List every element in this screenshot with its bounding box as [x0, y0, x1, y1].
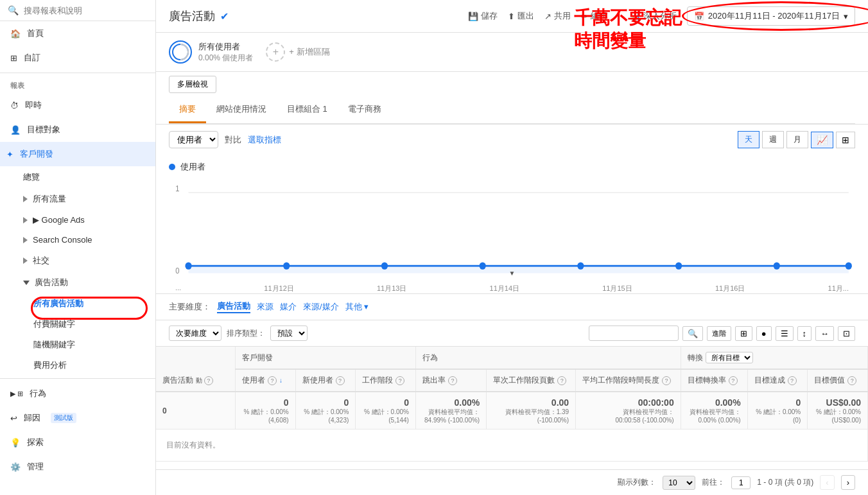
sidebar-item-acquisition[interactable]: ✦ 客戶開發	[0, 142, 155, 166]
organic-keywords-label: 隨機關鍵字	[33, 339, 75, 351]
th-group-conversion: 轉換 所有目標	[681, 347, 867, 369]
period-week-btn[interactable]: 週	[762, 131, 784, 148]
social-label: 社交	[33, 255, 49, 266]
export-icon: ⬆	[508, 12, 515, 21]
table-view-btn2[interactable]: ●	[756, 326, 772, 341]
table-view-btn4[interactable]: ↕	[797, 326, 812, 341]
save-button[interactable]: 💾 儲存	[468, 10, 498, 22]
sidebar-item-organic-keywords[interactable]: 隨機關鍵字	[0, 334, 155, 355]
dimension-other[interactable]: 其他 ▾	[345, 301, 369, 313]
page-title: 廣告活動	[169, 8, 215, 24]
table-view-btn6[interactable]: ⊡	[838, 326, 855, 341]
sidebar-item-all-traffic[interactable]: 所有流量	[0, 188, 155, 210]
tab-ecommerce[interactable]: 電子商務	[338, 97, 392, 123]
table-search-btn[interactable]: 🔍	[682, 326, 703, 341]
metric-selector[interactable]: 使用者	[169, 131, 218, 148]
sort-type-select[interactable]: 預設	[270, 326, 308, 341]
sidebar-item-all-campaigns[interactable]: 所有廣告活動	[0, 293, 155, 314]
chevron-down-icon: ▾	[844, 12, 848, 21]
sidebar-item-campaigns[interactable]: 廣告活動	[0, 272, 155, 293]
no-data-message: 目前沒有資料。	[156, 430, 868, 462]
search-icon: 🔍	[8, 5, 19, 15]
view-toggle-row: 多層檢視	[169, 76, 855, 93]
tab-site-usage[interactable]: 網站使用情況	[206, 97, 277, 123]
google-ads-label: ▶ Google Ads	[33, 215, 85, 225]
dimension-source-medium[interactable]: 來源/媒介	[303, 301, 339, 313]
chart-svg: 1 0	[169, 178, 855, 281]
add-segment-button[interactable]: + + 新增區隔	[266, 42, 329, 62]
table-controls: 次要維度 排序類型： 預設 🔍 進階 ⊞ ● ☰ ↕ ↔ ⊡	[156, 320, 868, 347]
person-icon: 👤	[10, 125, 21, 135]
sidebar: 🔍 🏠 首頁 ⊞ 自訂 報表 ⏱ 即時 👤 目標對象 ✦ 客戶開發	[0, 0, 156, 495]
secondary-dimension-select[interactable]: 次要維度	[169, 326, 221, 341]
next-page-btn[interactable]: ›	[841, 475, 855, 490]
sidebar-search[interactable]: 🔍	[0, 0, 155, 21]
sidebar-item-realtime[interactable]: ⏱ 即時	[0, 93, 155, 117]
sidebar-item-audience[interactable]: 👤 目標對象	[0, 117, 155, 142]
totals-label: 0	[156, 392, 235, 430]
table-search-input[interactable]	[589, 326, 679, 341]
sidebar-item-cost-analysis[interactable]: 費用分析	[0, 355, 155, 376]
segments-row: 所有使用者 0.00% 個使用者 + + 新增區隔	[156, 33, 868, 72]
date-range-selector[interactable]: 📅 2020年11月11日 - 2020年11月17日 ▾	[687, 6, 855, 26]
table-view-btn5[interactable]: ↔	[815, 326, 834, 341]
period-day-btn[interactable]: 天	[738, 131, 759, 148]
beta-badge: 測試版	[51, 413, 76, 423]
svg-text:0: 0	[175, 266, 180, 275]
chart-legend: 使用者	[169, 161, 855, 173]
all-campaigns-label: 所有廣告活動	[33, 298, 83, 309]
edit-button[interactable]: ✏ 編輯	[581, 10, 607, 22]
th-goal-conv-rate: 目標轉換率 ?	[681, 369, 747, 392]
admin-label: 管理	[27, 461, 44, 473]
multilayer-view-btn[interactable]: 多層檢視	[169, 76, 216, 93]
behavior-icon: ▶ ⊞	[10, 390, 23, 398]
search-console-label: Search Console	[33, 235, 92, 245]
pagination-row: 顯示列數： 10 25 50 100 前往： 1 - 0 項 (共 0 項) ‹…	[156, 469, 868, 495]
table-view-btn3[interactable]: ☰	[776, 326, 794, 341]
sidebar-item-attribution[interactable]: ↩ 歸因 測試版	[0, 406, 155, 430]
dimension-source[interactable]: 來源	[257, 301, 273, 313]
th-campaign: 廣告活動動 ?	[156, 347, 235, 392]
grid-chart-btn[interactable]: ⊞	[836, 132, 855, 148]
export-button[interactable]: ⬆ 匯出	[508, 10, 534, 22]
deep-analysis-button[interactable]: 📊 深入分析	[630, 10, 677, 22]
table-advanced-btn[interactable]: 進階	[707, 326, 731, 341]
dimension-medium[interactable]: 媒介	[280, 301, 297, 313]
sidebar-item-social[interactable]: 社交	[0, 250, 155, 272]
triangle-right-icon	[23, 196, 28, 202]
select-metric-link[interactable]: 選取指標	[248, 134, 281, 146]
conversion-goal-select[interactable]: 所有目標	[706, 352, 753, 363]
table-view-btn1[interactable]: ⊞	[735, 326, 752, 341]
sidebar-item-explore[interactable]: 💡 探索	[0, 430, 155, 455]
gear-icon: ⚙️	[10, 462, 21, 472]
view-tabs-container: 多層檢視 摘要 網站使用情況 目標組合 1 電子商務	[156, 72, 868, 125]
overview-label: 總覽	[23, 171, 40, 183]
dimension-campaign[interactable]: 廣告活動	[217, 300, 250, 313]
page-input[interactable]	[731, 476, 751, 489]
save-icon: 💾	[468, 12, 478, 21]
sidebar-item-admin[interactable]: ⚙️ 管理	[0, 455, 155, 479]
prev-page-label: 前往：	[702, 477, 725, 488]
share-button[interactable]: ↗ 共用	[544, 10, 571, 22]
tab-summary[interactable]: 摘要	[169, 97, 206, 123]
prev-page-btn[interactable]: ‹	[820, 475, 834, 490]
tab-goal-set1[interactable]: 目標組合 1	[277, 97, 338, 123]
sidebar-search-input[interactable]	[24, 6, 148, 15]
period-month-btn[interactable]: 月	[786, 131, 808, 148]
sidebar-item-overview[interactable]: 總覽	[0, 166, 155, 188]
svg-marker-13	[189, 266, 849, 273]
per-page-select[interactable]: 10 25 50 100	[663, 476, 695, 490]
sidebar-item-behavior[interactable]: ▶ ⊞ 行為	[0, 381, 155, 406]
sidebar-item-home[interactable]: 🏠 首頁	[0, 21, 155, 46]
line-chart-btn[interactable]: 📈	[811, 132, 833, 148]
sidebar-item-search-console[interactable]: Search Console	[0, 230, 155, 250]
dimension-label: 主要維度：	[169, 301, 211, 313]
totals-new-users: 0 % 總計：0.00%(4,323)	[295, 392, 356, 430]
sidebar-item-paid-keywords[interactable]: 付費關鍵字	[0, 314, 155, 334]
sidebar-item-customize[interactable]: ⊞ 自訂	[0, 46, 155, 70]
chart-date-indicator[interactable]: ▼	[509, 270, 516, 277]
paid-keywords-label: 付費關鍵字	[33, 318, 75, 330]
chart-container: 使用者 1 0 ▼	[156, 155, 868, 293]
add-segment-label: + 新增區隔	[289, 46, 329, 58]
sidebar-item-google-ads[interactable]: ▶ Google Ads	[0, 210, 155, 230]
